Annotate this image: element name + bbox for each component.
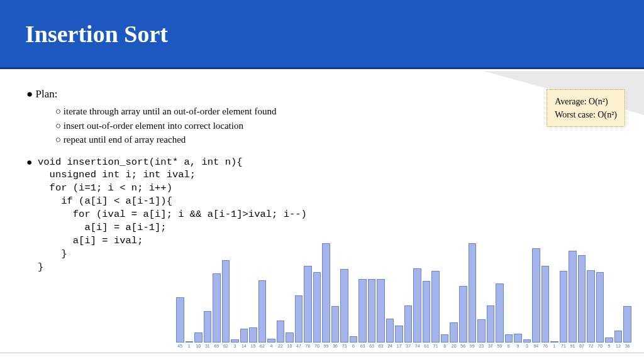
bar-rect [623, 306, 631, 343]
chart-bar: 8 [505, 334, 513, 348]
chart-bar: 1 [550, 341, 558, 348]
chart-bar: 8 [441, 334, 449, 348]
bar-label: 73 [342, 344, 347, 348]
chart-bar: 63 [377, 279, 385, 348]
chart-bar: 15 [249, 327, 257, 348]
chart-bar: 36 [623, 306, 631, 348]
bar-rect [377, 279, 385, 343]
chart-bar: 71 [431, 271, 440, 348]
bar-rect [358, 279, 367, 343]
code-line: a[i] = ival; [38, 235, 143, 246]
chart-bar: 45 [176, 297, 184, 348]
bar-label: 10 [196, 344, 201, 348]
complexity-worst: Worst case: O(n²) [555, 108, 617, 121]
bar-rect [176, 297, 184, 343]
chart-bar: 76 [304, 266, 312, 348]
chart-bar: 63 [368, 279, 376, 348]
bar-label: 37 [488, 344, 493, 348]
bar-label: 1 [188, 344, 191, 348]
bar-rect [395, 326, 403, 343]
chart-bar: 23 [477, 319, 486, 348]
plan-heading: Plan: [38, 88, 619, 101]
bar-label: 76 [306, 344, 311, 348]
bar-label: 4 [270, 344, 272, 348]
chart-bar: 73 [340, 269, 348, 348]
bar-rect [441, 334, 449, 343]
chart-bar: 10 [194, 332, 203, 348]
bar-rect [450, 322, 458, 343]
bar-label: 99 [324, 344, 329, 348]
bar-rect [423, 281, 431, 343]
bar-rect [222, 260, 230, 343]
code-line: unsigned int i; int ival; [38, 169, 196, 180]
bar-rect [194, 332, 203, 343]
bar-label: 94 [533, 344, 538, 348]
code-line: for (ival = a[i]; i && a[i-1]>ival; i--) [38, 209, 307, 220]
bar-label: 24 [387, 344, 392, 348]
chart-bar: 71 [560, 271, 568, 348]
bar-label: 6 [352, 344, 355, 348]
bar-label: 74 [415, 344, 420, 348]
chart-bar: 87 [578, 255, 586, 348]
bar-rect [560, 271, 568, 343]
bar-rect [340, 269, 348, 343]
chart-bar: 17 [395, 326, 403, 348]
bar-label: 3 [526, 344, 528, 348]
chart-bar: 14 [240, 329, 248, 348]
plan-block: Plan: iterate through array until an out… [38, 88, 619, 147]
bar-label: 61 [424, 344, 429, 348]
bar-label: 70 [314, 344, 319, 348]
chart-bar: 9 [514, 334, 522, 348]
chart-bar: 76 [541, 266, 550, 348]
bar-label: 87 [579, 344, 584, 348]
bar-rect [578, 255, 586, 343]
chart-bar: 4 [267, 339, 275, 348]
chart-bar: 59 [496, 283, 504, 348]
bar-label: 5 [608, 344, 611, 348]
footer-divider [0, 353, 644, 353]
bar-rect [277, 321, 285, 343]
bar-rect [231, 339, 239, 343]
bar-label: 91 [570, 344, 575, 348]
chart-bar: 37 [404, 305, 413, 348]
bar-rect [596, 272, 604, 343]
bar-label: 22 [278, 344, 283, 348]
chart-bar: 82 [222, 260, 230, 348]
bar-rect [368, 279, 376, 343]
plan-list: iterate through array until an out-of-or… [55, 104, 619, 147]
bar-rect [267, 339, 275, 343]
bar-label: 63 [360, 344, 365, 348]
bar-label: 20 [452, 344, 457, 348]
chart-bar: 5 [605, 337, 613, 348]
bar-rect [204, 311, 212, 343]
sort-visualization-chart: 4511031698231415624221047767099367366363… [176, 238, 631, 348]
code-line: for (i=1; i < n; i++) [38, 182, 172, 194]
bar-label: 1 [553, 344, 555, 348]
bar-label: 71 [433, 344, 438, 348]
bar-rect [614, 331, 623, 343]
chart-bar: 62 [258, 280, 267, 348]
chart-bar: 6 [350, 336, 358, 348]
bar-rect [404, 305, 413, 343]
chart-bar: 99 [322, 243, 330, 348]
bar-label: 71 [561, 344, 566, 348]
bar-rect [322, 243, 330, 343]
bar-label: 8 [508, 344, 510, 348]
bar-rect [386, 319, 394, 343]
complexity-average: Average: O(n²) [555, 95, 617, 108]
bar-rect [587, 270, 595, 343]
bar-label: 76 [543, 344, 548, 348]
bar-rect [295, 295, 303, 343]
chart-bar: 94 [532, 248, 540, 348]
bar-rect [431, 271, 440, 343]
page-title: Insertion Sort [25, 20, 168, 48]
bar-rect [304, 266, 312, 343]
chart-bar: 99 [469, 243, 477, 348]
plan-item: repeat until end of array reached [55, 133, 619, 147]
chart-bar: 31 [204, 311, 212, 348]
bar-label: 23 [479, 344, 484, 348]
bar-label: 3 [233, 344, 236, 348]
bar-rect [487, 305, 495, 343]
bar-rect [496, 283, 504, 343]
bar-rect [413, 268, 421, 343]
